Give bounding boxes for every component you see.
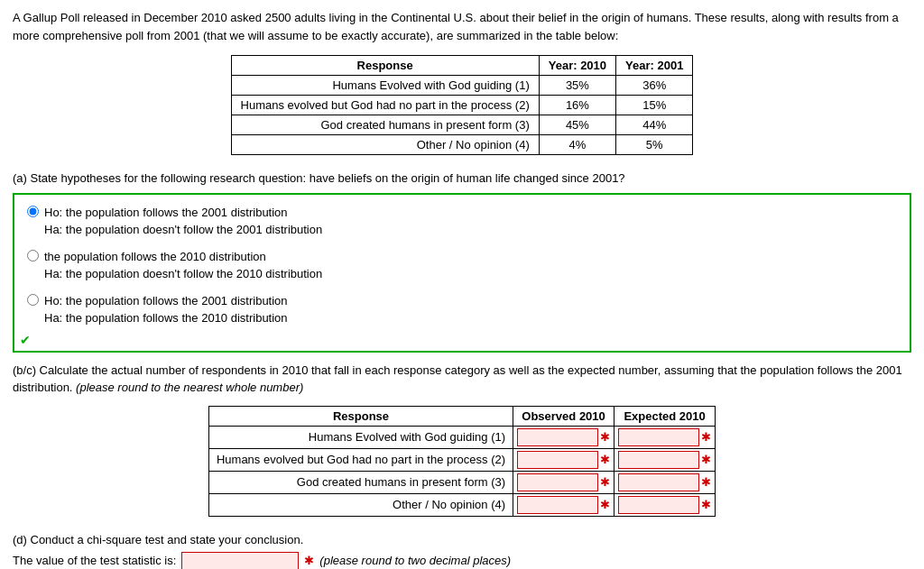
radio-input-3[interactable] xyxy=(27,294,39,306)
expected-input-3[interactable] xyxy=(618,473,699,491)
col-year-2001: Year: 2001 xyxy=(616,56,693,76)
observed-input-3[interactable] xyxy=(517,473,598,491)
table-cell: God created humans in present form (3) xyxy=(231,115,539,135)
table-cell: 35% xyxy=(539,76,615,96)
observed-star-4: ✱ xyxy=(600,498,610,511)
summary-table: Response Year: 2010 Year: 2001 Humans Ev… xyxy=(231,55,694,155)
test-stat-star: ✱ xyxy=(304,550,314,569)
observed-star-1: ✱ xyxy=(600,430,610,444)
table-cell: 4% xyxy=(539,135,615,155)
table-cell: 16% xyxy=(539,96,615,115)
section-d-label: (d) Conduct a chi-square test and state … xyxy=(13,529,911,550)
results-row-label: Humans Evolved with God guiding (1) xyxy=(208,426,513,448)
expected-cell-4: ✱ xyxy=(614,493,716,516)
observed-cell-1: ✱ xyxy=(513,426,614,448)
intro-paragraph: A Gallup Poll released in December 2010 … xyxy=(13,9,911,44)
results-row-label: Other / No opinion (4) xyxy=(208,493,513,516)
expected-star-2: ✱ xyxy=(701,453,711,466)
col-year-2010: Year: 2010 xyxy=(539,56,615,76)
expected-cell-3: ✱ xyxy=(614,471,716,493)
radio-text-1: Ho: the population follows the 2001 dist… xyxy=(44,204,322,239)
correct-checkmark: ✔ xyxy=(20,333,31,347)
results-col-expected: Expected 2010 xyxy=(614,406,716,426)
observed-input-1[interactable] xyxy=(517,428,598,446)
radio-option-1: Ho: the population follows the 2001 dist… xyxy=(27,204,897,239)
radio-text-2: the population follows the 2010 distribu… xyxy=(44,248,322,283)
results-row-label: Humans evolved but God had no part in th… xyxy=(208,448,513,471)
expected-cell-1: ✱ xyxy=(614,426,716,448)
table-cell: 44% xyxy=(616,115,693,135)
observed-star-3: ✱ xyxy=(600,475,610,489)
expected-cell-2: ✱ xyxy=(614,448,716,471)
radio-input-1[interactable] xyxy=(27,206,39,217)
test-stat-label: The value of the test statistic is: xyxy=(13,550,176,569)
section-d: (d) Conduct a chi-square test and state … xyxy=(13,529,911,570)
results-row-label: God created humans in present form (3) xyxy=(208,471,513,493)
table-cell: Other / No opinion (4) xyxy=(231,135,539,155)
test-stat-input[interactable] xyxy=(181,552,299,569)
col-response: Response xyxy=(231,56,539,76)
observed-input-2[interactable] xyxy=(517,451,598,469)
radio-input-2[interactable] xyxy=(27,250,39,262)
expected-star-1: ✱ xyxy=(701,430,711,444)
expected-input-2[interactable] xyxy=(618,451,699,469)
results-col-observed: Observed 2010 xyxy=(513,406,614,426)
observed-cell-4: ✱ xyxy=(513,493,614,516)
results-table: Response Observed 2010 Expected 2010 Hum… xyxy=(208,406,716,517)
table-cell: 45% xyxy=(539,115,615,135)
observed-cell-2: ✱ xyxy=(513,448,614,471)
table-cell: 36% xyxy=(616,76,693,96)
table-cell: 15% xyxy=(616,96,693,115)
table-cell: Humans evolved but God had no part in th… xyxy=(231,96,539,115)
radio-text-3: Ho: the population follows the 2001 dist… xyxy=(44,292,288,327)
results-col-response: Response xyxy=(208,406,513,426)
expected-star-3: ✱ xyxy=(701,475,711,489)
section-a-label: (a) State hypotheses for the following r… xyxy=(13,170,911,188)
table-cell: 5% xyxy=(616,135,693,155)
test-stat-note: (please round to two decimal places) xyxy=(319,550,511,569)
observed-cell-3: ✱ xyxy=(513,471,614,493)
expected-input-1[interactable] xyxy=(618,428,699,446)
test-stat-row: The value of the test statistic is: ✱ (p… xyxy=(13,550,911,569)
expected-input-4[interactable] xyxy=(618,496,699,514)
radio-option-2: the population follows the 2010 distribu… xyxy=(27,248,897,283)
table-cell: Humans Evolved with God guiding (1) xyxy=(231,76,539,96)
radio-option-3: Ho: the population follows the 2001 dist… xyxy=(27,292,897,327)
section-bc-label: (b/c) Calculate the actual number of res… xyxy=(13,362,911,397)
expected-star-4: ✱ xyxy=(701,498,711,511)
observed-star-2: ✱ xyxy=(600,453,610,466)
section-a-box: Ho: the population follows the 2001 dist… xyxy=(13,193,911,353)
observed-input-4[interactable] xyxy=(517,496,598,514)
